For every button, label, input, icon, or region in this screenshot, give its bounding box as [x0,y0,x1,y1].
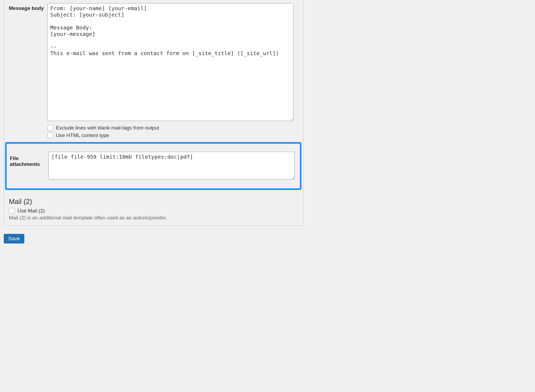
mail2-description: Mail (2) is an additional mail template … [4,214,303,221]
file-attachments-highlight: File attachments [5,142,301,190]
mail-panel: Message body Exclude lines with blank ma… [4,0,303,226]
mail2-heading: Mail (2) [4,197,303,206]
use-html-checkbox[interactable] [47,132,53,138]
message-body-textarea[interactable] [47,3,293,121]
exclude-blank-checkbox[interactable] [47,125,53,131]
use-mail2-label: Use Mail (2) [17,208,45,214]
use-html-label: Use HTML content type [56,132,109,138]
message-body-label: Message body [9,3,47,11]
file-attachments-label: File attachments [10,152,48,167]
exclude-blank-label: Exclude lines with blank mail-tags from … [56,125,159,131]
file-attachments-textarea[interactable] [48,152,295,180]
save-button[interactable]: Save [4,234,24,243]
use-mail2-checkbox[interactable] [9,208,15,214]
